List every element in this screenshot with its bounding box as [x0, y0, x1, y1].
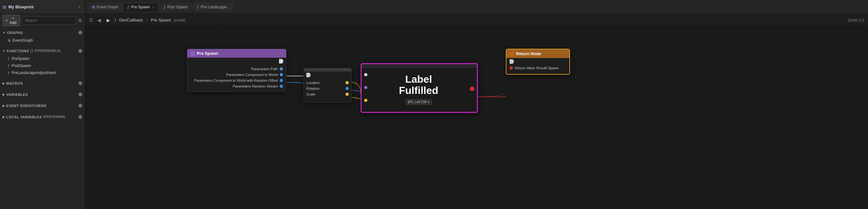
event-graph-label: Event Graph: [97, 5, 118, 9]
add-button[interactable]: + + Add: [3, 15, 20, 26]
location-pin[interactable]: [345, 81, 349, 84]
event-dispatchers-add-icon[interactable]: ⊕: [78, 103, 83, 109]
macros-section-header[interactable]: ▶ MACROS ⊕: [0, 79, 85, 88]
functions-add-icon[interactable]: ⊕: [78, 48, 83, 54]
functions-section: ▼ FUNCTIONS (1 OVERRIDABLE) ⊕ ƒ PreSpawn…: [0, 45, 85, 77]
macros-section: ▶ MACROS ⊕: [0, 77, 85, 89]
random-stream-pin[interactable]: [280, 84, 283, 88]
variables-add-icon[interactable]: ⊕: [78, 91, 83, 98]
label-right-pin-container: [470, 71, 474, 91]
return-node[interactable]: Return Node Return Value Should Spawn: [506, 49, 570, 75]
event-graph-grid-icon: ⊞: [92, 5, 95, 9]
label-red-out-pin[interactable]: [470, 86, 474, 91]
arrow-icon: ▶: [3, 104, 5, 107]
nav-back-btn[interactable]: ◀: [96, 17, 102, 24]
sidebar-item-postspawn[interactable]: ƒ PostSpawn: [0, 62, 85, 69]
tab-pre-spawn[interactable]: ƒ Pre Spawn ×: [123, 3, 159, 11]
graphs-add-icon[interactable]: ⊕: [78, 30, 83, 36]
functions-label: FUNCTIONS: [7, 49, 29, 53]
return-exec-in-pin[interactable]: [509, 59, 514, 64]
local-variables-add-icon[interactable]: ⊕: [78, 114, 83, 120]
nav-forward-btn[interactable]: ▶: [105, 17, 112, 24]
location-pin-row: Location: [304, 80, 351, 85]
pin-row-component-world-random: Parameters Component to World with Rando…: [187, 77, 286, 83]
sidebar-item-prelandscape[interactable]: ƒ PreLandscapeAdjustment: [0, 69, 85, 76]
prespawn-func-icon: ƒ: [8, 57, 10, 61]
pre-spawn-close-btn[interactable]: ×: [153, 5, 154, 9]
graph-area[interactable]: Pre Spawn Parameters Path Parameters Com…: [85, 26, 868, 209]
arrow-icon: ▼: [3, 31, 5, 34]
local-variables-label: LOCAL VARIABLES: [6, 115, 42, 119]
scale-label: Scale: [306, 92, 315, 96]
tab-event-graph[interactable]: ⊞ Event Graph: [88, 3, 122, 11]
tab-pre-landscape[interactable]: ƒ Pre Landscape...: [193, 3, 234, 11]
gear-icon[interactable]: ⚙: [78, 18, 82, 23]
breadcrumb-gencallback: GenCallback: [119, 18, 143, 23]
arrow-icon: ▶: [3, 115, 5, 118]
tabs-bar: ⊞ Event Graph ƒ Pre Spawn × ƒ Post Spawn…: [85, 0, 868, 14]
sidebar-toolbar: + + Add ⚙: [0, 14, 85, 27]
component-world-pin[interactable]: [280, 73, 283, 76]
lrs-exec-in-pin[interactable]: [306, 73, 311, 77]
lrs-header: [304, 68, 351, 71]
parameters-path-pin[interactable]: [280, 67, 283, 71]
event-dispatchers-section-header[interactable]: ▶ EVENT DISPATCHERS ⊕: [0, 101, 85, 110]
return-value-pin[interactable]: [509, 66, 513, 70]
lrs-pins: Location Rotation Scale: [304, 78, 351, 100]
rotation-pin[interactable]: [345, 87, 349, 90]
epl-chevron-icon: ▾: [428, 100, 429, 104]
pre-spawn-node[interactable]: Pre Spawn Parameters Path Parameters Com…: [187, 49, 286, 92]
component-world-random-pin[interactable]: [280, 79, 283, 82]
scale-pin[interactable]: [345, 93, 349, 96]
plus-icon: +: [5, 18, 8, 23]
local-variables-section-header[interactable]: ▶ LOCAL VARIABLES (PRESPAWN) ⊕: [0, 112, 85, 121]
arrow-icon: ▶: [3, 82, 5, 85]
lrs-node[interactable]: Location Rotation Scale: [304, 68, 352, 103]
label-yellow-pin[interactable]: [364, 99, 367, 102]
epl-value: EPL Left Cliff: [408, 100, 427, 104]
component-world-random-label: Parameters Component to World with Rando…: [194, 78, 278, 82]
label-center-content: LabelFulfilled EPL Left Cliff ▾: [367, 71, 470, 106]
location-label: Location: [306, 81, 320, 84]
arrow-icon: ▶: [3, 93, 5, 96]
return-value-label: Return Value Should Spawn: [515, 66, 559, 70]
local-variables-subtitle: (PRESPAWN): [43, 115, 65, 118]
return-pin-row: Return Value Should Spawn: [506, 65, 569, 71]
component-world-label: Parameters Component to World: [226, 73, 278, 77]
prelandscape-func-icon: ƒ: [8, 71, 10, 75]
epl-dropdown[interactable]: EPL Left Cliff ▾: [406, 99, 432, 105]
pre-spawn-func-icon: ƒ: [127, 5, 129, 9]
label-fulfilled-text: LabelFulfilled: [367, 71, 470, 98]
graphs-section-header[interactable]: ▼ GRAPHS ⊕: [0, 28, 85, 37]
event-dispatchers-section: ▶ EVENT DISPATCHERS ⊕: [0, 100, 85, 111]
sidebar-close-btn[interactable]: ×: [77, 4, 82, 10]
event-dispatchers-label: EVENT DISPATCHERS: [6, 104, 46, 108]
graphs-section: ▼ GRAPHS ⊕ ⊞ EventGraph: [0, 27, 85, 45]
tab-post-spawn[interactable]: ƒ Post Spawn: [159, 3, 192, 11]
prespawn-header-icon: [190, 51, 195, 56]
search-input[interactable]: [22, 16, 76, 25]
pre-spawn-label: Pre Spawn: [131, 5, 150, 9]
variables-section-header[interactable]: ▶ VARIABLES ⊕: [0, 90, 85, 99]
hamburger-icon[interactable]: ☰: [89, 18, 93, 23]
functions-subtitle: (1 OVERRIDABLE): [30, 49, 61, 53]
eventgraph-label: EventGraph: [12, 38, 33, 43]
pre-spawn-node-header: Pre Spawn: [187, 49, 286, 58]
label-exec-in-pin[interactable]: [364, 73, 367, 76]
prespawn-label: PreSpawn: [11, 57, 29, 61]
breadcrumb-func-icon: ƒ: [114, 18, 117, 23]
macros-add-icon[interactable]: ⊕: [78, 80, 83, 86]
breadcrumb-separator: >: [146, 18, 148, 23]
main-area: ⊞ Event Graph ƒ Pre Spawn × ƒ Post Spawn…: [85, 0, 868, 209]
exec-out-pin[interactable]: [279, 59, 284, 64]
functions-section-header[interactable]: ▼ FUNCTIONS (1 OVERRIDABLE) ⊕: [0, 46, 85, 55]
arrow-icon: ▼: [3, 49, 5, 53]
label-purple-pin[interactable]: [364, 86, 367, 89]
label-fulfilled-header: [362, 64, 477, 68]
sidebar-item-eventgraph[interactable]: ⊞ EventGraph: [0, 37, 85, 44]
return-exec-row: [506, 58, 569, 65]
scale-pin-row: Scale: [304, 91, 351, 97]
sidebar-item-prespawn[interactable]: ƒ PreSpawn: [0, 55, 85, 62]
blueprint-icon: ⊞: [3, 4, 6, 10]
label-fulfilled-node[interactable]: LabelFulfilled EPL Left Cliff ▾: [361, 63, 478, 113]
